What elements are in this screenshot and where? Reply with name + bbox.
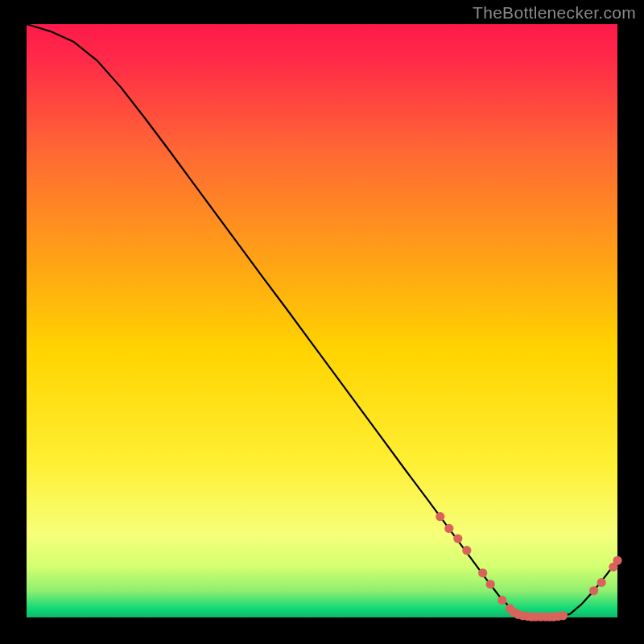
chart-stage: TheBottlenecker.com — [0, 0, 644, 644]
data-marker — [444, 524, 453, 533]
data-marker — [436, 512, 444, 521]
data-marker — [597, 578, 606, 587]
data-marker — [613, 556, 621, 565]
watermark-text: TheBottlenecker.com — [473, 3, 636, 23]
bottleneck-chart — [0, 0, 644, 644]
data-marker — [453, 534, 462, 543]
data-marker — [497, 596, 506, 605]
data-marker — [559, 611, 568, 620]
plot-background — [27, 24, 617, 617]
data-marker — [478, 568, 487, 577]
data-marker — [486, 580, 495, 588]
data-marker — [462, 546, 471, 555]
data-marker — [589, 586, 598, 595]
